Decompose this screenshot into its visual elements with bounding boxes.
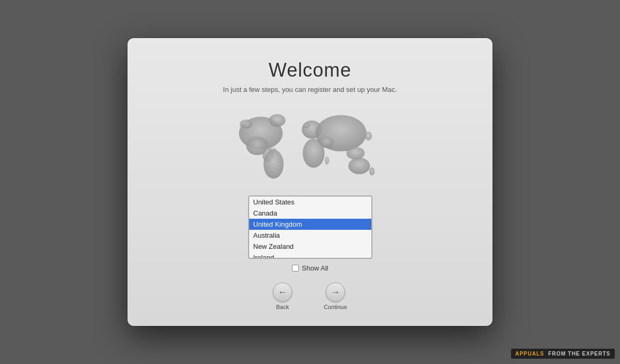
continue-arrow-icon: → [331,287,340,297]
svg-point-11 [369,167,375,175]
svg-point-3 [269,114,286,127]
setup-window: Welcome In just a few steps, you can reg… [127,38,493,326]
back-arrow-icon: ← [278,287,287,297]
country-item-au[interactable]: Australia [249,230,371,241]
country-item-ie[interactable]: Ireland [249,252,371,259]
svg-point-14 [240,119,252,128]
svg-point-4 [263,150,284,179]
svg-point-12 [364,132,372,141]
continue-button[interactable]: → Continue [324,283,347,310]
navigation-buttons: ← Back → Continue [273,283,347,310]
svg-point-16 [325,156,329,164]
page-title: Welcome [269,59,351,81]
country-item-uk[interactable]: United Kingdom [249,219,371,230]
world-map-svg [215,104,405,186]
show-all-checkbox[interactable] [292,265,299,272]
world-map [215,104,405,186]
country-item-ca[interactable]: Canada [249,208,371,219]
country-item-us[interactable]: United States [249,197,371,208]
watermark: APPUALS FROM THE EXPERTS [511,349,615,359]
back-button-circle: ← [273,283,292,302]
svg-point-10 [348,158,370,174]
continue-label: Continue [324,304,347,310]
page-subtitle: In just a few steps, you can register an… [223,86,397,94]
show-all-row: Show All [292,264,329,272]
country-item-nz[interactable]: New Zealand [249,241,371,252]
svg-point-9 [347,147,364,160]
back-label: Back [276,304,289,310]
svg-point-8 [319,137,334,148]
svg-point-15 [269,148,277,152]
back-button[interactable]: ← Back [273,283,292,310]
watermark-highlight: APPUALS [515,351,544,357]
svg-point-13 [303,123,309,128]
show-all-label: Show All [302,264,329,272]
continue-button-circle: → [326,283,345,302]
country-list-container: United StatesCanadaUnited KingdomAustral… [248,195,372,259]
country-list[interactable]: United StatesCanadaUnited KingdomAustral… [249,197,371,259]
